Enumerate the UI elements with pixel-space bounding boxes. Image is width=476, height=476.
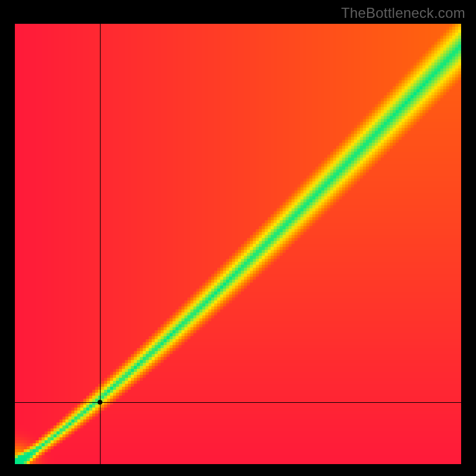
chart-frame: TheBottleneck.com (0, 0, 476, 476)
watermark-text: TheBottleneck.com (341, 5, 465, 21)
plot-area (15, 24, 461, 464)
bottleneck-heatmap (15, 24, 461, 464)
